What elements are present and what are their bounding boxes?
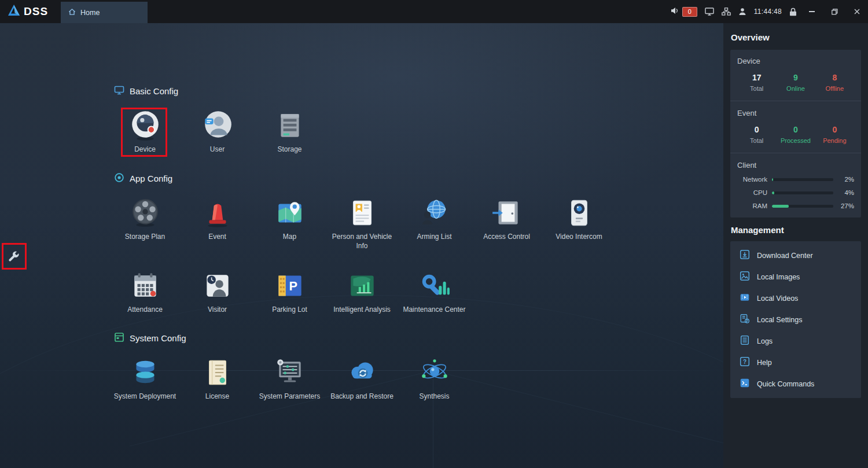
home-icon (68, 8, 76, 18)
clock: 11:44:48 (754, 8, 782, 16)
section-title: Basic Config (130, 86, 178, 96)
storage-plan-icon (128, 196, 162, 230)
user-icon (201, 109, 234, 142)
cpu-usage-bar (772, 191, 833, 194)
event-stats: 0 Total 0 Processed 0 Pending (737, 125, 854, 144)
launcher-item-label: Storage (277, 145, 301, 154)
launcher-item-event[interactable]: Event (181, 196, 253, 250)
management-item-download-center[interactable]: Download Center (730, 245, 861, 266)
svg-text:P: P (289, 279, 297, 293)
license-icon (201, 356, 234, 389)
launcher-item-system-deployment[interactable]: System Deployment (109, 356, 181, 401)
launcher-item-label: Map (283, 233, 296, 242)
display-icon[interactable] (705, 8, 714, 16)
intelligent-analysis-icon (345, 269, 379, 303)
launcher-item-label: Synthesis (419, 392, 449, 401)
right-sidebar: Overview Device 17 Total 9 Online 8 Offl… (723, 23, 868, 468)
system-parameters-icon (273, 356, 307, 389)
launcher-item-label: Parking Lot (272, 305, 307, 315)
alarm-indicator[interactable]: 0 (671, 6, 697, 17)
divider (730, 101, 861, 101)
restore-icon (832, 9, 838, 15)
launcher-item-access-control[interactable]: Access Control (470, 196, 543, 250)
overview-event-label: Event (737, 109, 854, 117)
launcher-item-license[interactable]: License (181, 356, 253, 401)
launcher-item-label: Visitor (208, 305, 227, 315)
launcher-item-storage[interactable]: Storage (253, 109, 326, 154)
launcher-item-map[interactable]: Map (253, 196, 326, 250)
launcher-item-synthesis[interactable]: Synthesis (398, 356, 470, 401)
svg-text:?: ? (743, 358, 746, 364)
launcher-item-label: Maintenance Center (403, 305, 465, 315)
app-config-icon (114, 172, 124, 185)
person-vehicle-icon (345, 196, 379, 230)
management-item-logs[interactable]: Logs (730, 330, 861, 352)
launcher-item-label: Access Control (483, 233, 530, 242)
dss-client-window: DSS Home 0 (0, 0, 868, 468)
management-panel: Download Center Local Images (730, 241, 861, 398)
lock-icon[interactable] (789, 8, 797, 16)
overview-client-label: Client (737, 161, 854, 169)
map-icon (273, 196, 307, 230)
launcher-item-visitor[interactable]: Visitor (181, 269, 253, 315)
speaker-icon (671, 6, 679, 17)
launcher-item-attendance[interactable]: Attendance (109, 269, 181, 315)
device-online-stat: 9 Online (776, 73, 815, 92)
titlebar: DSS Home 0 (0, 0, 868, 23)
launcher-item-backup-and-restore[interactable]: Backup and Restore (326, 356, 398, 401)
quick-commands-icon (740, 378, 750, 390)
overview-device-label: Device (737, 57, 854, 65)
ram-usage-metric: RAM 27% (737, 202, 854, 209)
management-item-local-settings[interactable]: Local Settings (730, 309, 861, 330)
section-title: System Config (130, 333, 186, 343)
launcher-item-maintenance-center[interactable]: Maintenance Center (398, 269, 470, 315)
launcher-item-label: System Parameters (259, 392, 320, 401)
network-topology-icon[interactable] (722, 8, 731, 16)
launcher-item-label: System Deployment (114, 392, 176, 401)
launcher-item-parking-lot[interactable]: P Parking Lot (253, 269, 326, 315)
visitor-icon (201, 269, 234, 303)
rail-config-button[interactable] (7, 250, 20, 263)
user-account-icon[interactable] (738, 8, 746, 16)
section-title: App Config (130, 174, 172, 183)
launcher-item-system-parameters[interactable]: System Parameters (253, 356, 326, 401)
launcher-item-label: User (210, 145, 225, 154)
launcher-item-intelligent-analysis[interactable]: Intelligent Analysis (326, 269, 398, 315)
launcher-item-person-and-vehicle-info[interactable]: Person and Vehicle Info (326, 196, 398, 250)
launcher-item-label: Backup and Restore (330, 392, 393, 401)
management-item-quick-commands[interactable]: Quick Commands (730, 373, 861, 395)
basic-config-icon (114, 85, 124, 97)
rail-apps-button[interactable] (8, 229, 20, 241)
divider (730, 153, 861, 153)
event-pending-stat: 0 Pending (815, 125, 854, 144)
storage-icon (273, 109, 307, 142)
minimize-icon (809, 11, 815, 12)
overview-panel: Device 17 Total 9 Online 8 Offline Event (730, 50, 861, 218)
management-title: Management (731, 225, 784, 235)
launcher-item-label: Storage Plan (125, 233, 165, 242)
tab-home[interactable]: Home (61, 2, 148, 23)
launcher-item-video-intercom[interactable]: Video Intercom (543, 196, 615, 250)
local-videos-icon (740, 292, 750, 305)
basic-config-row: Device User (109, 109, 326, 154)
close-button[interactable] (849, 0, 865, 23)
arming-list-icon (418, 196, 451, 230)
network-usage-metric: Network 2% (737, 176, 854, 183)
network-usage-bar (772, 178, 833, 181)
management-item-help[interactable]: ? Help (730, 352, 861, 373)
close-icon (854, 9, 860, 14)
launcher-item-user[interactable]: User (181, 109, 253, 154)
launcher-item-storage-plan[interactable]: Storage Plan (109, 196, 181, 250)
maximize-button[interactable] (827, 0, 842, 23)
launcher-item-label: Device (134, 145, 156, 154)
launcher-item-device[interactable]: Device (109, 109, 181, 154)
device-stats: 17 Total 9 Online 8 Offline (737, 73, 854, 92)
management-item-local-videos[interactable]: Local Videos (730, 288, 861, 309)
video-intercom-icon (562, 196, 596, 230)
parking-lot-icon: P (273, 269, 307, 303)
download-center-icon (740, 249, 750, 262)
minimize-button[interactable] (804, 0, 819, 23)
management-item-local-images[interactable]: Local Images (730, 266, 861, 288)
backup-restore-icon (345, 356, 379, 389)
launcher-item-arming-list[interactable]: Arming List (398, 196, 470, 250)
